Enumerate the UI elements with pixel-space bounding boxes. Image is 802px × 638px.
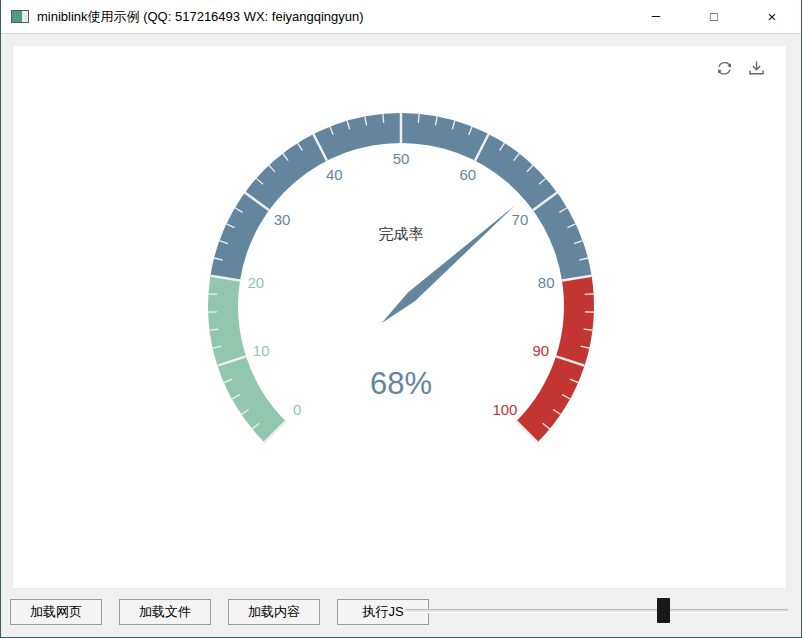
gauge-axis-label: 100 [492,401,517,418]
gauge-chart: 0102030405060708090100完成率68% [13,46,786,588]
gauge-axis-label: 50 [393,150,410,167]
close-icon: × [768,8,777,25]
chart-toolbox [715,59,766,78]
load-content-button[interactable]: 加载内容 [228,599,320,625]
close-button[interactable]: × [743,0,801,33]
slider-handle[interactable] [657,598,670,623]
gauge-axis-label: 70 [512,211,529,228]
button-row: 加载网页 加载文件 加载内容 执行JS [10,599,429,625]
gauge-axis-label: 0 [293,401,301,418]
maximize-icon: □ [710,9,718,24]
gauge-minor-tick [383,114,384,123]
webview-chart-area: 0102030405060708090100完成率68% [12,45,787,589]
gauge-axis-label: 80 [538,274,555,291]
minimize-button[interactable]: – [627,0,685,33]
load-file-button[interactable]: 加载文件 [119,599,211,625]
gauge-title: 完成率 [379,225,424,242]
gauge-segment [208,276,286,443]
bottom-bar: 加载网页 加载文件 加载内容 执行JS [1,589,801,637]
gauge-minor-tick [585,294,594,295]
gauge-axis-label: 10 [253,342,270,359]
gauge-axis-label: 60 [459,166,476,183]
gauge-detail-value: 68% [370,366,432,401]
slider-track[interactable] [405,609,788,613]
value-slider[interactable] [405,609,788,613]
gauge-axis-label: 90 [532,342,549,359]
maximize-button[interactable]: □ [685,0,743,33]
titlebar: miniblink使用示例 (QQ: 517216493 WX: feiyang… [1,0,801,34]
gauge-axis-label: 20 [247,274,264,291]
load-webpage-button[interactable]: 加载网页 [10,599,102,625]
minimize-icon: – [652,6,660,23]
app-icon [11,10,29,23]
app-window: miniblink使用示例 (QQ: 517216493 WX: feiyang… [0,0,802,638]
gauge-minor-tick [418,114,419,123]
save-as-image-icon[interactable] [747,59,766,78]
window-title: miniblink使用示例 (QQ: 517216493 WX: feiyang… [37,8,627,26]
restore-icon[interactable] [715,59,734,78]
gauge-needle [382,206,516,324]
gauge-minor-tick [208,294,217,295]
gauge-axis-label: 30 [274,211,291,228]
gauge-axis-label: 40 [326,166,343,183]
gauge-segment [516,276,594,443]
